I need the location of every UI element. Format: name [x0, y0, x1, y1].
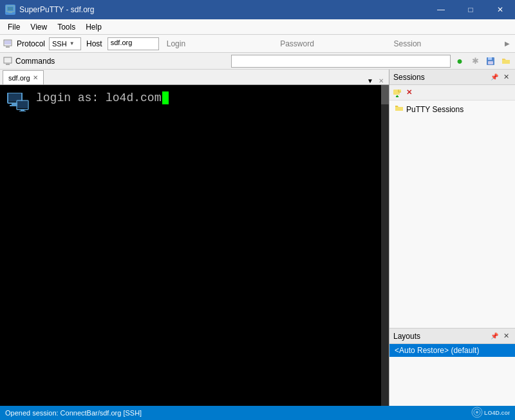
- putty-sessions-folder[interactable]: PuTTY Sessions: [392, 103, 512, 115]
- sessions-header: Sessions 📌 ✕: [389, 70, 515, 85]
- menu-bar: File View Tools Help: [0, 19, 515, 35]
- commands-label: Commands: [15, 57, 229, 66]
- status-text: Opened session: ConnectBar/sdf.org [SSH]: [5, 409, 142, 417]
- cmd-save-button[interactable]: [484, 55, 497, 68]
- main-content: sdf.org ✕ ▼ ✕: [0, 70, 515, 406]
- svg-rect-17: [17, 101, 28, 108]
- putty-sessions-label: PuTTY Sessions: [406, 105, 464, 114]
- toolbar-arrow[interactable]: ▶: [502, 40, 512, 47]
- layouts-pin-button[interactable]: 📌: [489, 331, 500, 341]
- layouts-panel: Layouts 📌 ✕ <Auto Restore> (default): [389, 329, 515, 406]
- svg-rect-7: [5, 58, 11, 62]
- tab-close-all[interactable]: ✕: [376, 77, 386, 84]
- terminal-text: login as: lo4d.com: [36, 91, 161, 104]
- layouts-content: <Auto Restore> (default): [389, 344, 515, 357]
- tab-label: sdf.org: [8, 74, 30, 82]
- terminal-scrollbar[interactable]: [381, 85, 389, 406]
- commands-bar: Commands ● ✱: [0, 53, 515, 70]
- svg-rect-10: [488, 57, 492, 60]
- svg-rect-2: [8, 12, 12, 13]
- sessions-pin-button[interactable]: 📌: [489, 72, 500, 82]
- svg-text:LO4D.com: LO4D.com: [484, 410, 510, 416]
- protocol-dropdown[interactable]: SSH: [49, 37, 81, 50]
- sessions-new-button[interactable]: [392, 88, 402, 98]
- svg-rect-4: [5, 41, 11, 44]
- password-label: Password: [275, 39, 386, 48]
- sessions-controls: 📌 ✕: [489, 72, 511, 82]
- terminal-cursor: [162, 91, 169, 104]
- maximize-button[interactable]: □: [456, 0, 485, 19]
- svg-rect-21: [398, 90, 401, 92]
- terminal-scrollbar-thumb[interactable]: [381, 85, 389, 104]
- title-bar-left: SuperPuTTY - sdf.org: [5, 5, 95, 15]
- session-label: Session: [389, 39, 500, 48]
- menu-help[interactable]: Help: [80, 20, 107, 34]
- host-label: Host: [84, 39, 105, 48]
- sessions-close-button[interactable]: ✕: [501, 72, 511, 82]
- sessions-panel: Sessions 📌 ✕ ✕: [389, 70, 515, 329]
- layouts-header: Layouts 📌 ✕: [389, 329, 515, 344]
- terminal-icon: [6, 93, 30, 115]
- sessions-content: PuTTY Sessions: [389, 100, 515, 328]
- svg-rect-8: [6, 64, 10, 65]
- host-input[interactable]: sdf.org: [108, 37, 159, 50]
- session-tab[interactable]: sdf.org ✕: [3, 70, 44, 84]
- app-icon: [5, 5, 15, 15]
- tab-bar: sdf.org ✕ ▼ ✕: [0, 70, 389, 85]
- tab-close-button[interactable]: ✕: [33, 74, 38, 81]
- svg-rect-19: [19, 111, 26, 111]
- menu-tools[interactable]: Tools: [52, 20, 80, 34]
- minimize-button[interactable]: —: [426, 0, 456, 19]
- cmd-folder-button[interactable]: [500, 55, 512, 68]
- svg-rect-18: [21, 110, 24, 111]
- commands-icon: [3, 56, 13, 66]
- left-panel: sdf.org ✕ ▼ ✕: [0, 70, 389, 406]
- layouts-close-button[interactable]: ✕: [501, 331, 511, 341]
- terminal[interactable]: login as: lo4d.com: [0, 85, 389, 406]
- status-bar: Opened session: ConnectBar/sdf.org [SSH]…: [0, 406, 515, 420]
- title-bar: SuperPuTTY - sdf.org — □ ✕: [0, 0, 515, 19]
- terminal-content: login as: lo4d.com: [6, 91, 382, 115]
- login-label: Login: [162, 39, 272, 48]
- right-panel: Sessions 📌 ✕ ✕: [389, 70, 515, 406]
- menu-file[interactable]: File: [3, 20, 25, 34]
- layouts-controls: 📌 ✕: [489, 331, 511, 341]
- close-button[interactable]: ✕: [485, 0, 515, 19]
- terminal-line: login as: lo4d.com: [36, 91, 169, 104]
- sessions-title: Sessions: [393, 73, 425, 82]
- protocol-label: Protocol: [15, 39, 46, 48]
- menu-view[interactable]: View: [25, 20, 52, 34]
- tab-arrow[interactable]: ▼: [364, 77, 376, 84]
- status-logo: LO4D.com: [471, 406, 510, 419]
- svg-rect-11: [488, 61, 493, 64]
- layouts-title: Layouts: [393, 332, 420, 341]
- cmd-run-button[interactable]: ●: [453, 55, 466, 68]
- svg-point-26: [476, 411, 478, 414]
- svg-rect-5: [6, 46, 10, 48]
- sessions-delete-button[interactable]: ✕: [404, 88, 414, 98]
- layout-auto-restore[interactable]: <Auto Restore> (default): [389, 344, 515, 357]
- folder-icon: [395, 104, 404, 114]
- toolbar: Protocol SSH Host sdf.org Login Password…: [0, 35, 515, 53]
- sessions-toolbar: ✕: [389, 85, 515, 100]
- title-text: SuperPuTTY - sdf.org: [19, 5, 95, 14]
- title-controls: — □ ✕: [426, 0, 515, 19]
- cmd-asterisk-button[interactable]: ✱: [469, 55, 482, 68]
- svg-rect-1: [8, 7, 13, 10]
- commands-dropdown[interactable]: [231, 55, 451, 68]
- toolbar-menu-icon: [3, 39, 13, 49]
